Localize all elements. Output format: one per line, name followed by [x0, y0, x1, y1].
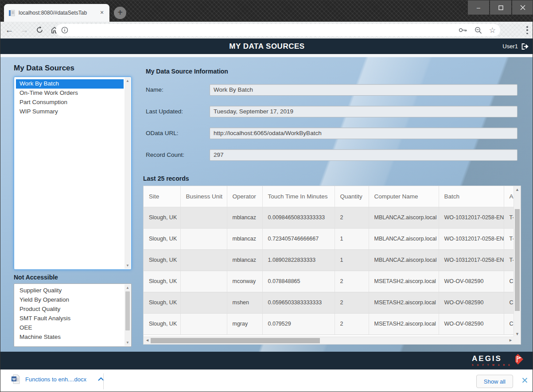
table-row[interactable]: Slough, UKmblancaz0.7234057466666671MBLA…	[144, 228, 514, 249]
word-doc-icon: W	[11, 374, 20, 384]
table-cell: C	[504, 313, 514, 334]
bookmark-star-icon[interactable]: ☆	[489, 26, 496, 35]
table-cell	[180, 207, 227, 228]
scroll-up-icon[interactable]: ▲	[124, 286, 131, 290]
sources-scrollbar[interactable]: ▲ ▼	[124, 78, 131, 269]
table-cell: T-	[504, 249, 514, 271]
form-row: Name:Work By Batch	[146, 82, 518, 103]
sources-listbox[interactable]: Work By BatchOn-Time Work OrdersPart Con…	[14, 77, 132, 270]
field-input[interactable]: 297	[210, 149, 517, 161]
field-label: OData URL:	[146, 130, 179, 136]
column-header[interactable]: Business Unit	[180, 186, 227, 207]
new-tab-button[interactable]: +	[114, 7, 126, 19]
favicon-icon	[8, 10, 15, 16]
table-cell: 0.723405746666667	[262, 228, 335, 249]
password-key-icon[interactable]	[459, 27, 467, 33]
field-input[interactable]: http://localhost:6065/odata/WorkByBatch	[210, 128, 517, 139]
column-header[interactable]: Touch Time In Minutes	[262, 186, 335, 207]
download-filename[interactable]: Functions to enh....docx	[25, 376, 86, 383]
column-header[interactable]: Site	[144, 186, 180, 207]
page-title: MY DATA SOURCES	[0, 42, 533, 51]
browser-menu-icon[interactable]	[526, 26, 528, 34]
not-accessible-scrollbar[interactable]: ▲ ▼	[124, 284, 131, 346]
table-cell: Slough, UK	[144, 207, 180, 228]
field-label: Last Updated:	[146, 108, 183, 115]
scroll-down-icon[interactable]: ▼	[124, 264, 131, 268]
address-bar[interactable]: ☆	[56, 24, 500, 36]
page-info-icon[interactable]	[61, 27, 68, 34]
table-cell: mblancaz	[227, 207, 262, 228]
field-input[interactable]: Tuesday, September 17, 2019	[210, 106, 517, 117]
table-cell: Slough, UK	[144, 292, 180, 313]
table-row[interactable]: Slough, UKmblancaz0.009846508333333332MB…	[144, 207, 514, 228]
scrollbar-thumb[interactable]	[515, 209, 520, 311]
table-cell: 1	[335, 249, 369, 271]
refresh-icon	[36, 26, 43, 34]
table-row[interactable]: Slough, UKmgray0.0795292MSETASH2.aiscorp…	[144, 313, 514, 334]
table-cell: mblancaz	[227, 228, 262, 249]
browser-window: localhost:8080/#dataSetsTab × + – ← →	[0, 0, 533, 392]
table-row[interactable]: Slough, UKmblancaz1.089028228333331MBLAN…	[144, 249, 514, 271]
logout-icon[interactable]	[521, 43, 529, 50]
scrollbar-thumb[interactable]	[125, 291, 130, 330]
scroll-right-icon[interactable]: ►	[509, 338, 513, 342]
browser-toolbar: ← →	[0, 22, 533, 39]
column-header[interactable]: Operator	[227, 186, 262, 207]
list-item[interactable]: OEE	[16, 323, 124, 333]
table-horizontal-scrollbar[interactable]: ◄ ►	[144, 337, 514, 344]
list-item[interactable]: Part Consumption	[16, 98, 124, 107]
list-item[interactable]: WIP Summary	[16, 107, 124, 116]
app-footer: AEGIS S O F T W A R E	[0, 352, 533, 369]
maximize-icon	[498, 5, 503, 10]
table-row[interactable]: Slough, UKmconway0.0788488652MSETASH2.ai…	[144, 271, 514, 292]
column-header[interactable]: Batch	[439, 186, 504, 207]
scrollbar-thumb[interactable]	[151, 338, 320, 343]
column-header[interactable]: Quantity	[335, 186, 369, 207]
list-item[interactable]: On-Time Work Orders	[16, 89, 124, 98]
table-cell: Slough, UK	[144, 313, 180, 334]
scroll-up-icon[interactable]: ▲	[124, 79, 131, 83]
forward-button[interactable]: →	[18, 24, 31, 36]
zoom-out-icon[interactable]	[475, 27, 482, 34]
refresh-button[interactable]	[33, 24, 46, 36]
records-heading: Last 25 records	[143, 175, 189, 182]
table-cell: mconway	[227, 271, 262, 292]
scroll-up-icon[interactable]: ▲	[514, 187, 521, 192]
download-item[interactable]: W Functions to enh....docx	[11, 374, 104, 384]
column-header[interactable]: A	[504, 186, 514, 207]
table-cell: WO-OV-082590	[439, 271, 504, 292]
main-content: My Data Sources Work By BatchOn-Time Wor…	[0, 57, 533, 352]
downloads-bar: W Functions to enh....docx Show all	[0, 369, 533, 392]
close-window-button[interactable]	[512, 0, 533, 15]
table-cell: C	[504, 271, 514, 292]
maximize-button[interactable]	[490, 0, 511, 15]
table-cell: 2	[335, 271, 369, 292]
table-vertical-scrollbar[interactable]: ▲ ▼	[514, 186, 521, 338]
info-heading: My Data Source Information	[146, 68, 228, 75]
minimize-button[interactable]: –	[468, 0, 489, 15]
show-all-button[interactable]: Show all	[476, 375, 513, 388]
tab-close-icon[interactable]: ×	[98, 9, 106, 17]
downloads-close-icon[interactable]	[522, 377, 528, 384]
scrollbar-corner	[514, 337, 521, 344]
aegis-logo: AEGIS S O F T W A R E	[472, 354, 524, 366]
list-item[interactable]: Supplier Quality	[16, 286, 124, 295]
browser-tab[interactable]: localhost:8080/#dataSetsTab ×	[4, 4, 109, 22]
close-icon	[520, 5, 525, 10]
column-header[interactable]: Computer Name	[369, 186, 439, 207]
list-item[interactable]: Product Quality	[16, 305, 124, 314]
list-item[interactable]: Work By Batch	[16, 79, 124, 89]
list-item[interactable]: SMT Fault Analysis	[16, 314, 124, 323]
table-row[interactable]: Slough, UKmshen0.05965033833333332MSETAS…	[144, 292, 514, 313]
scroll-left-icon[interactable]: ◄	[145, 338, 149, 342]
not-accessible-listbox[interactable]: Supplier QualityYield By OperationProduc…	[14, 283, 132, 347]
list-item[interactable]: Machine States	[16, 333, 124, 342]
list-item[interactable]: Yield By Operation	[16, 295, 124, 305]
scroll-down-icon[interactable]: ▼	[514, 332, 521, 336]
table-cell: MBLANCAZ.aiscorp.local	[369, 228, 439, 249]
field-input[interactable]: Work By Batch	[210, 84, 517, 96]
back-button[interactable]: ←	[3, 24, 16, 36]
brand-subtitle: S O F T W A R E	[472, 364, 511, 366]
scroll-down-icon[interactable]: ▼	[124, 341, 131, 345]
table-cell	[180, 271, 227, 292]
